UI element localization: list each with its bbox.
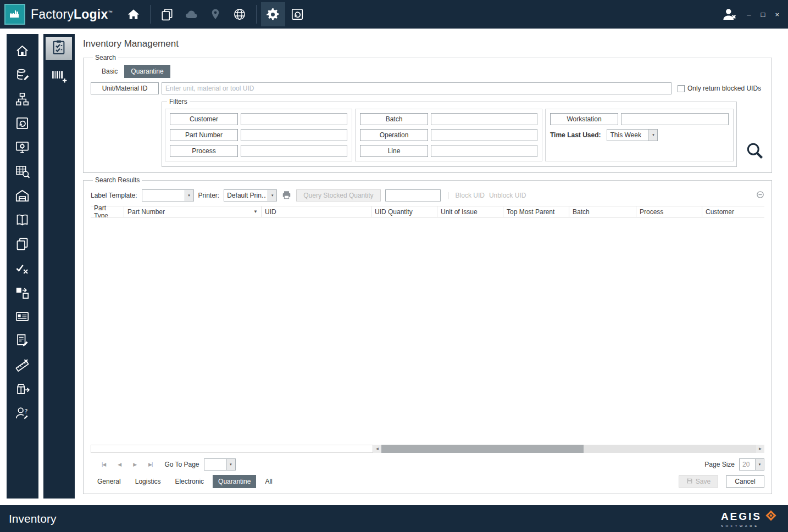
home-nav-icon[interactable] (121, 2, 146, 26)
column-header-process[interactable]: Process (636, 206, 702, 217)
filter-group-1: Customer Part Number Process (165, 109, 352, 161)
query-stocked-quantity-button[interactable]: Query Stocked Quantity (296, 189, 380, 201)
unit-material-id-button[interactable]: Unit/Material ID (91, 82, 159, 94)
line-filter-button[interactable]: Line (360, 145, 428, 157)
tab-basic[interactable]: Basic (95, 65, 124, 78)
check-x-icon[interactable] (15, 260, 30, 276)
block-uid-button[interactable]: Block UID (456, 192, 485, 199)
tab-all[interactable]: All (259, 475, 278, 488)
previous-page-button[interactable]: ◀ (118, 462, 121, 467)
column-header-uid-quantity[interactable]: UID Quantity (371, 206, 437, 217)
go-to-page-select[interactable]: ▼ (204, 458, 236, 471)
process-filter-input[interactable] (241, 145, 347, 157)
stocked-quantity-input[interactable] (385, 189, 441, 201)
process-filter-button[interactable]: Process (170, 145, 238, 157)
copy-pages-icon[interactable] (15, 236, 30, 251)
last-page-button[interactable]: ▶| (148, 462, 152, 467)
book-icon[interactable] (15, 212, 30, 227)
page-size-label: Page Size (704, 461, 735, 468)
batch-filter-button[interactable]: Batch (360, 113, 428, 125)
location-pin-icon[interactable] (203, 2, 227, 26)
batch-filter-input[interactable] (431, 113, 537, 125)
page-size-select[interactable]: 20 ▼ (739, 458, 764, 471)
sort-arrow-icon[interactable]: ▼ (253, 209, 258, 214)
customer-filter-button[interactable]: Customer (170, 113, 238, 125)
workstation-filter-button[interactable]: Workstation (550, 113, 618, 125)
id-card-icon[interactable] (15, 309, 30, 324)
chevron-down-icon[interactable]: ▼ (268, 190, 276, 201)
minimize-button[interactable]: – (747, 11, 751, 18)
operation-filter-input[interactable] (431, 129, 537, 141)
home-icon[interactable] (15, 43, 30, 58)
chevron-down-icon[interactable]: ▼ (648, 130, 657, 141)
user-logout-icon[interactable] (717, 2, 741, 26)
printer-select[interactable]: Default Prin... ▼ (224, 189, 277, 201)
checkbox-box[interactable] (678, 85, 685, 92)
first-page-button[interactable]: |◀ (102, 462, 106, 467)
tab-electronic[interactable]: Electronic (169, 475, 209, 488)
documents-icon[interactable] (155, 2, 179, 26)
column-header-top-most-parent[interactable]: Top Most Parent (503, 206, 569, 217)
chevron-down-icon[interactable]: ▼ (185, 190, 193, 201)
user-question-icon[interactable]: ? (15, 405, 30, 421)
search-panel-legend: Search (93, 54, 118, 61)
chevron-down-icon[interactable]: ▼ (226, 459, 235, 470)
part-number-filter-button[interactable]: Part Number (170, 129, 238, 141)
blocked-uids-checkbox[interactable]: Only return blocked UIDs (678, 85, 764, 92)
ruler-cancel-icon[interactable] (15, 357, 30, 372)
tab-general[interactable]: General (92, 475, 126, 488)
sync-box-icon[interactable] (285, 2, 309, 26)
save-icon (686, 478, 693, 486)
tab-quarantine-bottom[interactable]: Quarantine (213, 475, 256, 488)
maximize-button[interactable]: □ (761, 11, 765, 18)
search-tabs: Basic Quarantine (95, 65, 764, 78)
close-button[interactable]: × (775, 11, 779, 18)
unit-search-input[interactable] (162, 82, 672, 94)
tab-quarantine[interactable]: Quarantine (124, 65, 170, 78)
column-header-unit-of-issue[interactable]: Unit of Issue (437, 206, 503, 217)
column-header-part-number[interactable]: Part Number▼ (124, 206, 262, 217)
org-chart-icon[interactable] (15, 91, 30, 107)
save-button[interactable]: Save (679, 475, 718, 488)
column-header-customer[interactable]: Customer (702, 206, 764, 217)
window-controls: – □ × (747, 11, 779, 18)
globe-icon[interactable] (227, 2, 252, 26)
unblock-uid-button[interactable]: Unblock UID (489, 192, 526, 199)
database-edit-icon[interactable] (15, 67, 30, 82)
warehouse-icon[interactable] (15, 188, 30, 203)
tab-logistics[interactable]: Logistics (130, 475, 167, 488)
line-filter-input[interactable] (431, 145, 537, 157)
pagination-row: |◀ ◀ ▶ ▶| Go To Page ▼ Page Size 20 ▼ (91, 458, 764, 471)
column-header-batch[interactable]: Batch (569, 206, 636, 217)
scroll-right-button[interactable]: ► (756, 445, 764, 453)
chevron-down-icon[interactable]: ▼ (755, 459, 764, 470)
document-edit-icon[interactable] (15, 333, 30, 348)
sidebar-item-barcode-add[interactable] (46, 65, 72, 88)
scrollbar-track[interactable] (381, 445, 756, 453)
transfer-icon[interactable] (15, 284, 30, 300)
next-page-button[interactable]: ▶ (133, 462, 136, 467)
customer-filter-input[interactable] (241, 113, 347, 125)
workstation-filter-input[interactable] (621, 113, 729, 125)
column-header-part-type[interactable]: Part Type (91, 206, 124, 217)
cancel-button[interactable]: Cancel (726, 475, 764, 488)
main-content: Inventory Management Search Basic Quaran… (75, 29, 788, 505)
package-out-icon[interactable] (15, 381, 30, 396)
label-template-select[interactable]: ▼ (142, 189, 194, 201)
sync-box-icon[interactable] (15, 115, 30, 131)
part-number-filter-input[interactable] (241, 129, 347, 141)
time-last-used-select[interactable]: This Week ▼ (607, 129, 658, 141)
print-icon[interactable] (281, 190, 292, 201)
result-category-tabs: General Logistics Electronic Quarantine … (92, 475, 278, 488)
sidebar-item-inventory-management[interactable] (46, 37, 72, 60)
scrollbar-thumb[interactable] (381, 445, 584, 453)
search-button[interactable] (745, 141, 764, 163)
gear-icon[interactable] (261, 2, 285, 26)
monitor-settings-icon[interactable] (15, 139, 30, 155)
table-search-icon[interactable] (15, 164, 30, 179)
scroll-left-button[interactable]: ◄ (373, 445, 381, 453)
cloud-icon[interactable] (179, 2, 203, 26)
operation-filter-button[interactable]: Operation (360, 129, 428, 141)
column-header-uid[interactable]: UID (262, 206, 371, 217)
factorylogix-logo-icon (4, 4, 25, 25)
